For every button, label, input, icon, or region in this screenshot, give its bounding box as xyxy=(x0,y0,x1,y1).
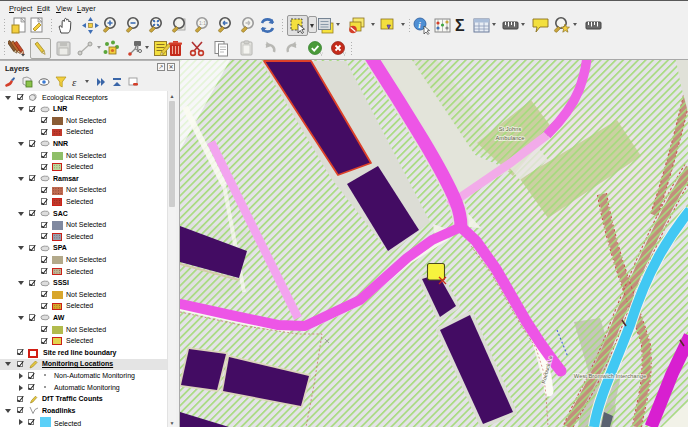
svg-text:ε: ε xyxy=(72,76,77,88)
svg-text:Σ: Σ xyxy=(455,17,465,34)
svg-text:St Johns: St Johns xyxy=(499,126,522,132)
svg-text:West Bromwich Interchange: West Bromwich Interchange xyxy=(574,373,646,379)
svg-text:1:1: 1:1 xyxy=(199,20,206,26)
svg-text:Ambulance: Ambulance xyxy=(495,135,524,141)
